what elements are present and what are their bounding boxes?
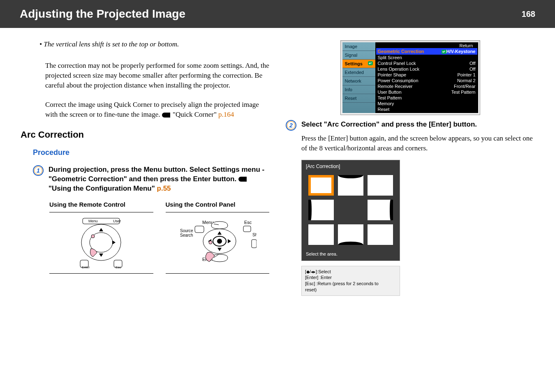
osd-row-geometric: Geometric Correction↵H/V-Keystone [376, 48, 477, 55]
left-column: The vertical lens shift is set to the to… [21, 40, 269, 296]
arc-cell-l [308, 200, 334, 220]
arc-cell-tr [368, 175, 393, 196]
remote-enter-label: Enter [82, 265, 90, 269]
para-correction-note: The correction may not be properly perfo… [45, 61, 269, 90]
step-1-badge: 1 [33, 165, 44, 176]
quick-corner-link-label: "Quick Corner" [173, 111, 217, 118]
panel-esc-label: Esc [244, 220, 252, 225]
panel-sh-label: Sh [252, 233, 257, 237]
svg-rect-11 [252, 240, 257, 248]
osd-row: Remote ReceiverFront/Rear [378, 83, 476, 89]
osd-row: User ButtonTest Pattern [378, 89, 476, 95]
remote-heading: Using the Remote Control [49, 201, 153, 208]
arc-cell-b [338, 224, 363, 245]
arc-cell-t [338, 175, 363, 196]
step-1: 1 During projection, press the Menu butt… [33, 165, 269, 194]
arc-correction-screen: [Arc Correction] Select the area. [301, 160, 400, 261]
arc-cell-tl [308, 175, 334, 196]
svg-point-19 [209, 241, 212, 244]
arc-cell-bl [308, 224, 334, 245]
step-1-text: During projection, press the Menu button… [49, 165, 269, 194]
osd-return: Return [378, 43, 476, 48]
page-number: 168 [522, 9, 535, 19]
step-2: 2 Select "Arc Correction" and press the … [286, 120, 534, 153]
panel-illustration: Menu Esc SourceSearch Sh Enter [166, 212, 270, 274]
panel-heading: Using the Control Panel [166, 201, 270, 208]
step-2-text: Select "Arc Correction" and press the [E… [301, 120, 534, 153]
pointer-icon [162, 113, 170, 118]
pointer-icon [238, 177, 247, 182]
osd-row: Reset [378, 106, 476, 112]
osd-menu-screenshot: Image Signal Settings↵ Extended Network … [340, 40, 480, 115]
page-title: Adjusting the Projected Image [20, 7, 185, 21]
remote-esc-label: Esc [116, 265, 121, 269]
right-column: Image Signal Settings↵ Extended Network … [286, 40, 534, 296]
svg-rect-9 [195, 226, 204, 233]
arc-grid [304, 170, 397, 250]
osd-row: Lens Operation LockOff [378, 66, 476, 72]
enter-icon: ↵ [368, 61, 373, 65]
arc-title: [Arc Correction] [304, 163, 397, 170]
remote-illustration: Menu User Enter Esc [49, 212, 153, 274]
arc-foot: Select the area. [304, 250, 397, 258]
osd-row: Test Pattern [378, 95, 476, 101]
arc-hints: [◆/◂▸]:Select [Enter] :Enter [Esc] :Retu… [301, 266, 400, 296]
osd-tab-network: Network [342, 77, 375, 85]
osd-tab-signal: Signal [342, 51, 375, 60]
svg-rect-10 [243, 226, 251, 232]
osd-tab-image: Image [342, 42, 375, 51]
quick-corner-link[interactable]: p.164 [218, 111, 234, 118]
svg-point-6 [91, 235, 95, 238]
bullet-lens-shift: The vertical lens shift is set to the to… [45, 40, 269, 48]
procedure-heading: Procedure [33, 148, 269, 157]
arc-cell-r [368, 200, 393, 220]
osd-tabs: Image Signal Settings↵ Extended Network … [342, 42, 375, 113]
section-arc-correction: Arc Correction [21, 129, 269, 140]
config-menu-link[interactable]: p.55 [157, 184, 171, 192]
remote-user-label: User [113, 219, 121, 223]
panel-source-label: SourceSearch [180, 228, 193, 238]
osd-row: Power ConsumptionNormal 2 [378, 78, 476, 83]
osd-row: Split Screen [378, 55, 476, 60]
osd-row: Memory [378, 101, 476, 106]
enter-icon: ↵ [442, 50, 446, 54]
osd-tab-reset: Reset [342, 94, 375, 103]
osd-tab-extended: Extended [342, 68, 375, 77]
osd-main: Return Geometric Correction↵H/V-Keystone… [375, 42, 478, 113]
arc-cell-br [368, 224, 393, 245]
remote-menu-label: Menu [88, 219, 98, 223]
step-2-badge: 2 [286, 120, 296, 131]
arc-cell-center [338, 200, 363, 220]
para-quick-corner: Correct the image using Quick Corner to … [45, 100, 269, 120]
osd-row: Pointer ShapePointer 1 [378, 72, 476, 78]
page-header: Adjusting the Projected Image 168 [0, 0, 555, 28]
step-2-body: Press the [Enter] button again, and the … [301, 134, 534, 153]
osd-row: Control Panel LockOff [378, 60, 476, 66]
osd-tab-info: Info [342, 85, 375, 94]
osd-tab-settings: Settings↵ [342, 60, 375, 68]
svg-point-14 [217, 239, 222, 244]
